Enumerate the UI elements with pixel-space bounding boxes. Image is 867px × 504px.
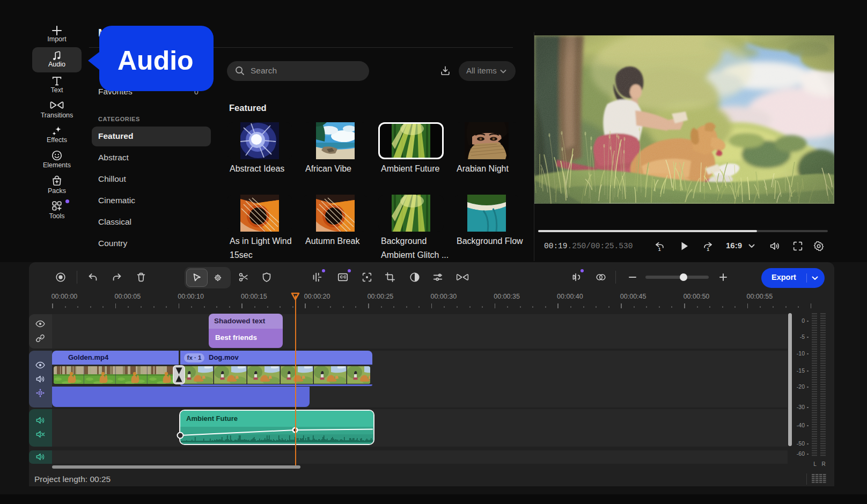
svg-text:1: 1 bbox=[658, 247, 661, 252]
svg-text:Audio: Audio bbox=[117, 46, 194, 76]
svg-text:1: 1 bbox=[707, 247, 709, 252]
